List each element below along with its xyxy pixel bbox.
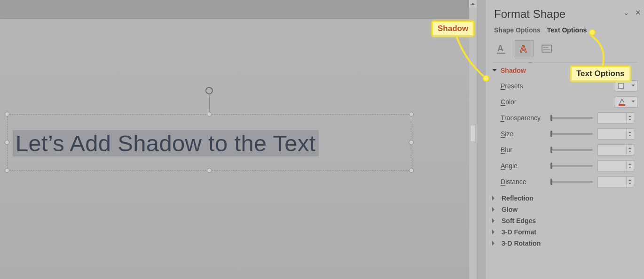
section-reflection-header[interactable]: Reflection — [492, 194, 637, 202]
angle-label: Angle — [501, 162, 550, 170]
chevron-down-icon — [492, 69, 497, 74]
callout-dot-shadow — [483, 75, 489, 82]
text-effects-icon[interactable]: A — [515, 40, 534, 57]
chevron-right-icon — [492, 207, 497, 212]
svg-text:A: A — [520, 44, 526, 54]
chevron-right-icon — [492, 196, 497, 201]
section-shadow-title: Shadow — [501, 67, 526, 74]
resize-handle-se[interactable] — [409, 168, 414, 173]
textbox-icon[interactable] — [537, 40, 556, 57]
presets-label: Presets — [501, 82, 550, 90]
transparency-slider[interactable] — [550, 117, 593, 119]
chevron-right-icon — [492, 218, 497, 223]
distance-label: Distance — [501, 178, 550, 186]
scroll-up-button[interactable] — [469, 0, 477, 8]
callout-text-options: Text Options — [570, 66, 631, 82]
size-slider[interactable] — [550, 133, 593, 135]
pane-options-icon[interactable]: ⌄ — [623, 8, 629, 17]
distance-slider[interactable] — [550, 181, 593, 183]
format-shape-pane: Format Shape ⌄ ✕ Shape Options Text Opti… — [485, 0, 644, 279]
scroll-thumb[interactable] — [470, 125, 476, 142]
transparency-label: Transparency — [501, 114, 550, 122]
presets-dropdown[interactable] — [615, 80, 637, 92]
angle-slider[interactable] — [550, 165, 593, 167]
size-input[interactable] — [597, 128, 634, 140]
tab-shape-options[interactable]: Shape Options — [494, 26, 541, 34]
callout-dot-text-options — [589, 29, 596, 36]
color-label: Color — [501, 98, 550, 106]
tab-text-options[interactable]: Text Options — [547, 26, 587, 34]
resize-handle-e[interactable] — [409, 140, 414, 145]
blur-label: Blur — [501, 146, 550, 154]
distance-input[interactable] — [597, 176, 634, 187]
resize-handle-n[interactable] — [207, 112, 212, 116]
transparency-input[interactable] — [597, 112, 634, 124]
resize-handle-s[interactable] — [207, 168, 212, 173]
svg-rect-4 — [542, 45, 551, 52]
color-dropdown[interactable] — [615, 96, 637, 108]
section-3d-rotation-header[interactable]: 3-D Rotation — [492, 240, 637, 247]
resize-handle-w[interactable] — [5, 140, 9, 145]
section-3d-format-header[interactable]: 3-D Format — [492, 228, 637, 236]
rotate-stem — [209, 95, 210, 112]
text-box[interactable]: Let’s Add Shadow to the Text — [7, 114, 411, 170]
resize-handle-ne[interactable] — [409, 112, 414, 116]
callout-shadow: Shadow — [432, 21, 474, 37]
text-box-content[interactable]: Let’s Add Shadow to the Text — [13, 130, 319, 156]
close-icon[interactable]: ✕ — [635, 8, 641, 17]
svg-rect-2 — [497, 53, 505, 54]
blur-slider[interactable] — [550, 149, 593, 151]
svg-text:A: A — [497, 44, 503, 53]
svg-rect-7 — [619, 104, 625, 106]
rotate-handle-icon[interactable] — [204, 86, 214, 95]
pane-title: Format Shape — [486, 0, 644, 24]
resize-handle-sw[interactable] — [5, 168, 9, 173]
resize-handle-nw[interactable] — [5, 112, 9, 116]
section-soft-edges-header[interactable]: Soft Edges — [492, 217, 637, 225]
section-glow-header[interactable]: Glow — [492, 206, 637, 213]
chevron-right-icon — [492, 230, 497, 234]
angle-input[interactable] — [597, 160, 634, 171]
text-fill-outline-icon[interactable]: A — [492, 40, 511, 57]
slide-canvas[interactable]: Let’s Add Shadow to the Text — [0, 0, 476, 279]
blur-input[interactable] — [597, 144, 634, 155]
vertical-scrollbar[interactable] — [469, 0, 477, 279]
slide[interactable]: Let’s Add Shadow to the Text — [0, 19, 476, 279]
size-label: Size — [501, 130, 550, 138]
chevron-right-icon — [492, 241, 497, 246]
